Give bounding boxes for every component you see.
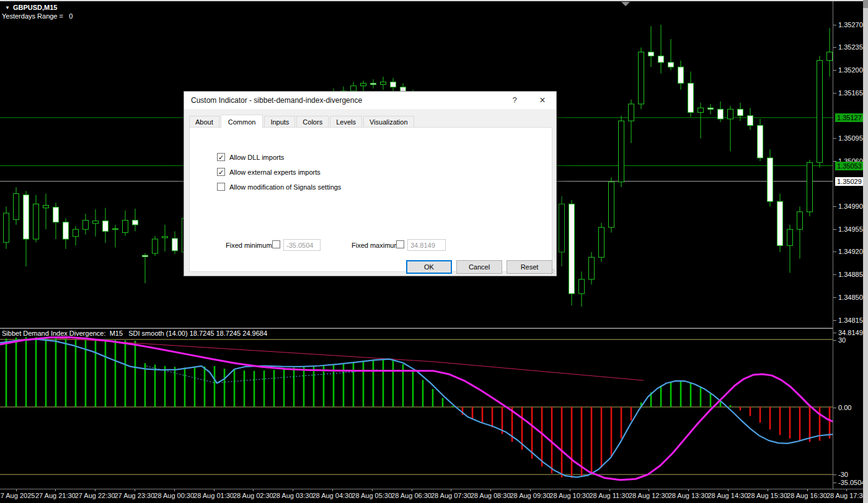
tab-about[interactable]: About [189,116,219,128]
indicator-axis-tick [833,333,836,333]
time-axis-label: 28 Aug 07:30 [431,492,471,499]
tab-visualization[interactable]: Visualization [363,116,414,128]
time-axis-label: 27 Aug 22:30 [75,492,115,499]
time-axis-label: 28 Aug 09:30 [510,492,550,499]
tab-inputs[interactable]: Inputs [264,116,295,128]
ok-button[interactable]: OK [406,260,452,274]
cancel-button[interactable]: Cancel [456,260,502,274]
time-axis-tick [570,489,570,491]
price-axis-tick [833,229,836,230]
price-axis-tick [833,297,836,298]
price-badge: 1.35029 [835,177,864,186]
time-axis-label: 28 Aug 06:30 [391,492,432,499]
time-axis-tick [688,489,689,491]
time-axis-tick [451,489,451,491]
time-axis-tick [530,489,531,491]
time-axis-label: 28 Aug 15:30 [747,492,787,499]
sdi-line [0,339,865,478]
tab-levels[interactable]: Levels [330,116,362,128]
indicator-axis-tick [833,483,836,483]
indicator-axis-tick [833,408,836,408]
checkbox-row-dll[interactable]: ✓ Allow DLL imports [217,153,284,161]
time-axis-label: 28 Aug 12:30 [629,492,669,499]
time-axis-label: 28 Aug 04:30 [312,492,352,499]
time-axis-label: 28 Aug 05:30 [352,492,392,499]
time-axis-label: 28 Aug 13:30 [668,492,709,499]
price-axis-label: 1.34955 [838,225,863,233]
scrollbar-top-cap [863,0,868,8]
dialog-title: Custom Indicator - sibbet-demand-index-d… [191,96,362,105]
time-axis-tick [649,489,649,491]
time-axis-tick [174,489,175,491]
price-axis-label: 1.35095 [838,134,863,142]
fixed-maximum-label: Fixed maximum [352,242,400,249]
price-axis-tick [833,70,836,71]
indicator-axis-tick [833,340,836,341]
right-scrollbar[interactable] [863,0,868,503]
price-axis-label: 1.35270 [838,21,863,28]
sdi-smooth-line [0,337,865,479]
time-axis-label: 28 Aug 02:30 [233,492,273,499]
price-axis-label: 1.35165 [838,89,863,97]
price-axis-label: 1.35200 [838,66,863,74]
time-axis-tick [846,489,847,491]
check-icon[interactable]: ✓ [217,153,225,161]
tab-colors[interactable]: Colors [296,116,329,128]
symbol-title: ▼GBPUSD,M15 [5,4,57,11]
time-axis-tick [332,489,333,491]
indicator-pane[interactable] [0,337,865,479]
time-axis-label: 27 Aug 2025 [0,492,35,499]
price-axis-label: 1.34920 [838,248,863,255]
price-badge: 1.35053 [835,162,864,170]
sdi-histogram [6,337,859,478]
fixed-maximum-input[interactable] [407,239,446,251]
price-axis-tick [833,25,836,25]
reset-button[interactable]: Reset [507,260,552,274]
price-badge: 1.35127 [835,113,864,122]
mt4-chart-window: ▼GBPUSD,M15 Yesterdays Range = 0 Sibbet … [0,0,868,503]
price-axis-label: 1.34815 [838,317,863,324]
price-axis-tick [833,274,836,275]
checkbox-row-signals[interactable]: Allow modification of Signals settings [217,183,341,191]
time-axis-tick [412,489,412,491]
pane-separator[interactable] [0,328,833,329]
help-icon[interactable]: ? [509,95,520,106]
price-axis-label: 1.34990 [838,203,863,210]
fixed-minmax-row: Fixed minimum Fixed maximum [190,239,552,252]
price-axis-label: 1.34885 [838,271,863,278]
fixed-minimum-input[interactable] [283,239,321,251]
close-icon[interactable]: × [536,94,549,107]
checkbox-row-external[interactable]: ✓ Allow external experts imports [217,168,321,176]
time-axis-tick [95,489,95,491]
checkbox-label-external: Allow external experts imports [229,168,321,176]
time-axis-tick [293,489,293,491]
time-axis[interactable]: 27 Aug 202527 Aug 21:3027 Aug 22:3027 Au… [0,489,868,503]
top-marker-icon [621,2,630,6]
price-axis-tick [833,47,836,48]
time-axis-tick [55,489,56,491]
check-icon[interactable]: ✓ [217,168,225,176]
yesterdays-range-label: Yesterdays Range = 0 [2,12,73,20]
indicator-axis-label: -30 [838,471,848,478]
price-axis[interactable]: 1.352701.352351.352001.351651.350951.350… [833,0,863,489]
fixed-maximum-checkbox[interactable] [396,240,404,248]
price-axis-tick [833,252,836,252]
price-axis-label: 1.35235 [838,43,863,51]
time-axis-label: 28 Aug 01:30 [193,492,234,499]
trend-line [56,338,644,380]
time-axis-tick [16,489,17,491]
checkbox-empty[interactable] [217,183,225,191]
dropdown-triangle-icon[interactable]: ▼ [5,5,10,11]
time-axis-label: 28 Aug 17:30 [826,492,867,499]
time-axis-label: 28 Aug 10:30 [549,492,590,499]
fixed-minimum-checkbox[interactable] [272,240,280,248]
time-axis-label: 27 Aug 23:30 [114,492,154,499]
dialog-titlebar: Custom Indicator - sibbet-demand-index-d… [184,92,556,109]
indicator-axis-label: 34.8149 [838,329,863,336]
time-axis-label: 28 Aug 14:30 [707,492,748,499]
time-axis-label: 28 Aug 08:30 [471,492,511,499]
time-axis-tick [768,489,768,491]
checkbox-label-signals: Allow modification of Signals settings [229,183,341,191]
time-axis-tick [214,489,215,491]
tab-common[interactable]: Common [221,115,264,128]
